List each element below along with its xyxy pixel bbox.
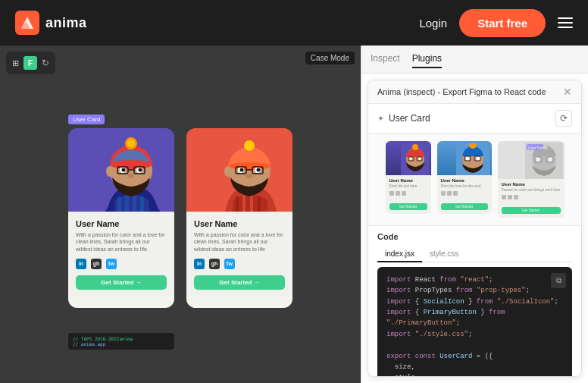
mini-social-dot-1 bbox=[389, 191, 394, 196]
preview-cards-row: User Name Short bio text here Get Starte… bbox=[377, 141, 572, 218]
preview-card-1-title: User Name bbox=[389, 178, 427, 183]
card-2-inner: User Name With a passion for color and a… bbox=[186, 128, 292, 308]
preview-char-2 bbox=[456, 143, 490, 175]
character-2-svg bbox=[186, 128, 292, 212]
svg-point-28 bbox=[228, 162, 271, 170]
code-line-8: size, bbox=[386, 362, 563, 372]
svg-point-10 bbox=[110, 160, 152, 169]
svg-point-16 bbox=[139, 168, 142, 171]
brand-name: anima bbox=[45, 15, 87, 31]
start-free-button[interactable]: Start free bbox=[459, 9, 546, 37]
preview-card-2-social bbox=[441, 191, 488, 196]
preview-card-3-btn[interactable]: Get Started bbox=[502, 207, 561, 214]
svg-point-49 bbox=[465, 157, 469, 161]
code-line-5: import "./style.css"; bbox=[386, 329, 563, 340]
mini-social-dot-8 bbox=[508, 195, 512, 199]
github-icon[interactable]: gh bbox=[91, 259, 102, 269]
card-1-user-name: User Name bbox=[76, 219, 167, 228]
card-label: User Card bbox=[68, 115, 105, 124]
preview-char-1 bbox=[401, 143, 430, 175]
linkedin-icon[interactable]: in bbox=[76, 259, 86, 269]
card-1-cta-button[interactable]: Get Started → bbox=[76, 275, 167, 290]
plugin-header: Inspect Plugins bbox=[361, 46, 588, 74]
svg-point-21 bbox=[106, 166, 114, 177]
svg-point-50 bbox=[476, 157, 480, 161]
preview-card-3-title: User Name bbox=[502, 182, 561, 187]
preview-card-1-top bbox=[386, 141, 431, 175]
svg-rect-5 bbox=[117, 196, 121, 212]
card-1-social-icons: in gh tw bbox=[76, 259, 167, 269]
hamburger-menu-button[interactable] bbox=[558, 17, 573, 28]
preview-card-3-text: Passion for color and design work here bbox=[502, 188, 561, 193]
svg-rect-24 bbox=[242, 195, 246, 212]
svg-point-32 bbox=[240, 168, 244, 171]
mini-social-dot-4 bbox=[441, 191, 446, 196]
svg-point-43 bbox=[418, 157, 421, 160]
canvas-toolbar: ⊞ ↻ bbox=[6, 52, 55, 74]
code-line-3: import { SocialIcon } from "./SocialIcon… bbox=[386, 297, 563, 307]
svg-rect-8 bbox=[140, 196, 144, 212]
preview-card-3-top: User Name bbox=[498, 141, 565, 179]
file-tab-jsx[interactable]: index.jsx bbox=[377, 246, 422, 262]
file-tab-css[interactable]: style.css bbox=[422, 246, 466, 262]
card-2-illustration bbox=[186, 128, 292, 212]
canvas-mode-badge: Case Mode bbox=[305, 52, 355, 64]
character-1-svg bbox=[68, 128, 174, 212]
component-tool-icon[interactable] bbox=[23, 56, 37, 70]
preview-card-3-bottom: User Name Passion for color and design w… bbox=[498, 179, 565, 218]
login-button[interactable]: Login bbox=[419, 17, 447, 30]
card-2-social-icons: in gh tw bbox=[194, 259, 285, 269]
plugin-tabs: Inspect Plugins bbox=[361, 46, 588, 73]
preview-card-3-social bbox=[502, 195, 561, 199]
nav-actions: Login Start free bbox=[419, 9, 573, 37]
tab-inspect[interactable]: Inspect bbox=[371, 50, 400, 68]
github-icon-2[interactable]: gh bbox=[209, 259, 220, 269]
svg-point-12 bbox=[127, 140, 135, 147]
plugin-dialog: Anima (inspect) - Export Figma to React … bbox=[368, 80, 582, 377]
card-2-bio: With a passion for color and a love for … bbox=[194, 231, 285, 253]
svg-text:User Name: User Name bbox=[528, 146, 548, 150]
svg-rect-26 bbox=[258, 196, 261, 212]
preview-card-1: User Name Short bio text here Get Starte… bbox=[386, 141, 431, 214]
mini-social-dot-2 bbox=[396, 191, 400, 196]
preview-card-2-text: Short bio here for this card bbox=[441, 184, 488, 189]
plugin-component-title: ✦ User Card ⟳ bbox=[368, 104, 581, 133]
code-line-2: import PropTypes from "prop-types"; bbox=[386, 285, 563, 296]
mini-social-dot-9 bbox=[514, 195, 518, 199]
code-file-tabs: index.jsx style.css bbox=[377, 246, 572, 262]
svg-rect-25 bbox=[250, 195, 253, 212]
code-line-1: import React from "react"; bbox=[386, 275, 563, 285]
plugin-action-button[interactable]: ⟳ bbox=[555, 110, 572, 127]
mini-social-dot-5 bbox=[447, 191, 452, 196]
component-name-label: User Card bbox=[389, 113, 430, 124]
preview-card-1-btn[interactable]: Get Started bbox=[389, 203, 427, 210]
code-section-title: Code bbox=[377, 232, 572, 241]
code-section: Code index.jsx style.css ⧉ import React … bbox=[368, 226, 581, 377]
twitter-icon[interactable]: tw bbox=[106, 259, 117, 269]
svg-point-57 bbox=[548, 157, 552, 162]
plugin-close-button[interactable]: ✕ bbox=[563, 86, 572, 97]
twitter-icon-2[interactable]: tw bbox=[224, 259, 235, 269]
user-card-1: User Card bbox=[68, 128, 174, 308]
preview-card-1-text: Short bio text here bbox=[389, 184, 427, 189]
svg-point-41 bbox=[412, 144, 418, 150]
svg-rect-23 bbox=[236, 196, 239, 212]
code-line-7: export const UserCard = ({ bbox=[386, 351, 563, 362]
tab-plugins[interactable]: Plugins bbox=[412, 50, 442, 68]
svg-rect-6 bbox=[125, 195, 129, 212]
copy-code-button[interactable]: ⧉ bbox=[551, 273, 566, 288]
main-area: ⊞ ↻ Case Mode User Card bbox=[0, 46, 588, 383]
plugin-dialog-header: Anima (inspect) - Export Figma to React … bbox=[368, 80, 581, 104]
svg-point-38 bbox=[224, 166, 232, 177]
frame-tool-icon[interactable]: ⊞ bbox=[12, 58, 19, 68]
mini-social-dot-3 bbox=[402, 191, 406, 196]
refresh-icon[interactable]: ↻ bbox=[42, 58, 49, 68]
svg-rect-7 bbox=[133, 195, 136, 212]
logo-area: anima bbox=[15, 11, 87, 35]
code-snippet-line1: // TAPS 2016-2022anima bbox=[73, 336, 133, 341]
user-card-2: User Name With a passion for color and a… bbox=[186, 128, 292, 308]
preview-card-2-btn[interactable]: Get Started bbox=[441, 203, 488, 210]
card-2-cta-button[interactable]: Get Started → bbox=[194, 275, 285, 290]
preview-card-2-bottom: User Name Short bio here for this card G… bbox=[437, 175, 492, 214]
linkedin-icon-2[interactable]: in bbox=[194, 259, 205, 269]
